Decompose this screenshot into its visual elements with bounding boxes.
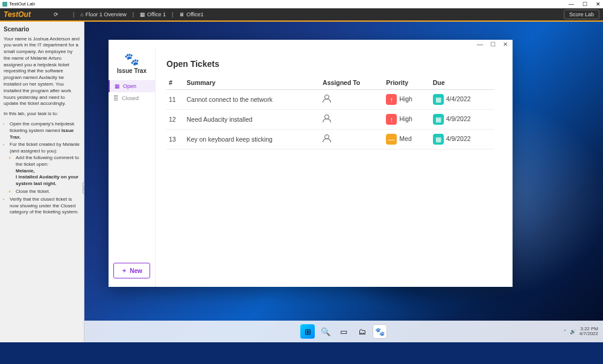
col-summary[interactable]: Summary [185,76,321,90]
priority-icon: ↑ [386,114,397,125]
system-tray[interactable]: ˄ 🔊 3:22 PM4/7/2022 [564,327,603,336]
col-num[interactable]: # [166,76,185,90]
cell-summary: Cannot connect to the network [185,90,321,110]
cell-summary: Need Audacity installed [185,110,321,130]
plus-icon: ＋ [121,266,127,275]
tray-date: 4/7/2022 [579,331,598,336]
breadcrumb: ⟳ | ⌂ Floor 1 Overview | ▦ Office 1 | 🖥 … [36,10,207,19]
tickets-content: Open Tickets # Summary Assigned To Prior… [156,48,513,287]
refresh-icon[interactable]: ⟳ [54,11,58,17]
tray-chevron-icon[interactable]: ˄ [564,329,566,334]
cell-assigned [320,110,384,130]
cell-num: 12 [166,110,185,130]
calendar-icon: ▦ [433,94,444,105]
cell-due: ▦4/9/2022 [431,130,494,149]
scenario-intro: Your name is Joshua Anderson and you wor… [4,36,80,108]
search-icon[interactable]: 🔍 [318,324,333,339]
crumb-overview[interactable]: ⌂ Floor 1 Overview [77,10,130,19]
os-titlebar: TestOut Lab — ☐ ✕ [0,0,603,8]
issue-trax-window: — ☐ ✕ 🐾 Issue Trax ▦ Open 🗄 Closed ＋New … [109,40,513,287]
page-heading: Open Tickets [166,59,494,69]
scenario-taskline: In this lab, your task is to: [4,111,80,118]
col-priority[interactable]: Priority [384,76,430,90]
cell-summary: Key on keyboard keep sticking [185,130,321,149]
desktop[interactable]: — ☐ ✕ 🐾 Issue Trax ▦ Open 🗄 Closed ＋New … [84,22,603,342]
window-title: TestOut Lab [9,1,35,7]
cell-priority: —Med [384,130,430,149]
nav-closed[interactable]: 🗄 Closed [109,92,155,104]
maximize-button[interactable]: ☐ [582,1,587,7]
win-minimize-button[interactable]: — [477,41,483,48]
volume-icon[interactable]: 🔊 [570,329,576,334]
close-button[interactable]: ✕ [596,1,601,7]
person-icon [323,134,331,143]
cell-due: ▦4/4/2022 [431,90,494,110]
scenario-panel: Scenario Your name is Joshua Anderson an… [0,22,84,342]
task-subitem: Add the following comment to the ticket … [16,155,80,187]
app-icon [2,2,7,7]
cell-num: 11 [166,90,185,110]
priority-icon: — [386,134,397,145]
start-button[interactable]: ⊞ [300,324,315,339]
lab-toolbar: TestOut ⟳ | ⌂ Floor 1 Overview | ▦ Offic… [0,8,603,22]
cell-assigned [320,130,384,149]
table-row[interactable]: 12Need Audacity installed↑High▦4/9/2022 [166,110,494,130]
app-sidebar: 🐾 Issue Trax ▦ Open 🗄 Closed ＋New [109,48,156,287]
calendar-icon: ▦ [433,134,444,145]
app-name: Issue Trax [117,67,147,74]
person-icon [323,95,331,103]
win-close-button[interactable]: ✕ [503,41,508,48]
cell-assigned [320,90,384,110]
calendar-icon: ▦ [433,114,444,125]
col-due[interactable]: Due [431,76,494,90]
table-row[interactable]: 13Key on keyboard keep sticking—Med▦4/9/… [166,130,494,149]
cell-priority: ↑High [384,110,430,130]
person-icon [323,115,331,123]
minimize-button[interactable]: — [569,1,574,7]
crumb-office[interactable]: ▦ Office 1 [136,10,169,19]
score-lab-button[interactable]: Score Lab [564,10,599,19]
paw-icon: 🐾 [124,52,139,66]
taskbar[interactable]: ⊞ 🔍 ▭ 🗂 🐾 ˄ 🔊 3:22 PM4/7/2022 [84,321,603,342]
brand-logo: TestOut [4,10,31,19]
tickets-table: # Summary Assigned To Priority Due 11Can… [166,76,494,149]
nav-open[interactable]: ▦ Open [109,80,155,92]
cell-priority: ↑High [384,90,430,110]
task-subitem: Close the ticket. [16,189,80,195]
task-item: Open the company's helpdesk ticketing sy… [10,121,80,140]
col-assigned[interactable]: Assigned To [320,76,384,90]
issue-trax-taskbar-icon[interactable]: 🐾 [373,324,387,339]
cell-due: ▦4/9/2022 [431,110,494,130]
win-maximize-button[interactable]: ☐ [490,41,496,48]
crumb-pc[interactable]: 🖥 Office1 [175,10,207,19]
priority-icon: ↑ [386,94,397,105]
task-item: Verify that the closed ticket is now sho… [10,196,80,216]
scenario-title: Scenario [4,25,80,34]
explorer-icon[interactable]: 🗂 [355,324,369,339]
table-row[interactable]: 11Cannot connect to the network↑High▦4/4… [166,90,494,110]
task-item: For the ticket created by Melanie (and a… [10,142,80,195]
cell-num: 13 [166,130,185,149]
task-view-icon[interactable]: ▭ [336,324,351,339]
new-button[interactable]: ＋New [113,263,150,278]
